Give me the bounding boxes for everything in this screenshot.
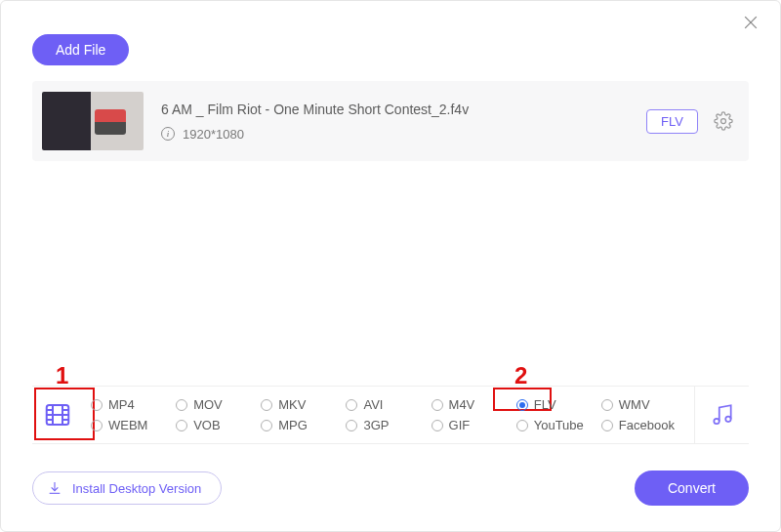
file-card: 6 AM _ Film Riot - One Minute Short Cont… [32, 81, 749, 161]
format-option-label: WEBM [108, 418, 147, 432]
gear-icon[interactable] [714, 111, 733, 131]
format-option-label: 3GP [363, 418, 389, 432]
format-option-label: Facebook [619, 418, 675, 432]
radio-icon [91, 420, 103, 431]
radio-icon [516, 420, 528, 431]
format-option-avi[interactable]: AVI [346, 397, 431, 412]
install-desktop-button[interactable]: Install Desktop Version [32, 471, 222, 505]
format-option-label: WMV [619, 397, 650, 412]
format-option-mpg[interactable]: MPG [261, 418, 346, 432]
radio-icon [516, 399, 528, 411]
format-option-label: GIF [449, 418, 471, 432]
format-option-label: MOV [193, 397, 223, 412]
radio-icon [432, 399, 443, 411]
format-option-gif[interactable]: GIF [432, 418, 516, 432]
format-option-label: MPG [278, 418, 308, 432]
radio-icon [346, 399, 357, 411]
format-option-label: VOB [193, 418, 220, 432]
radio-icon [261, 420, 272, 431]
convert-button[interactable]: Convert [635, 471, 749, 506]
radio-icon [261, 399, 272, 411]
info-icon: i [161, 127, 175, 141]
svg-point-12 [725, 417, 730, 422]
radio-icon [432, 420, 443, 431]
format-option-label: AVI [363, 397, 383, 412]
file-resolution-row: i 1920*1080 [161, 127, 646, 142]
download-icon [47, 480, 62, 496]
radio-icon [346, 420, 357, 431]
format-option-m4v[interactable]: M4V [432, 397, 516, 412]
format-option-label: MP4 [108, 397, 135, 412]
file-title: 6 AM _ Film Riot - One Minute Short Cont… [161, 102, 646, 117]
format-option-label: YouTube [534, 418, 584, 432]
format-option-3gp[interactable]: 3GP [346, 418, 431, 432]
radio-icon [601, 420, 613, 431]
file-meta: 6 AM _ Film Riot - One Minute Short Cont… [161, 102, 646, 142]
video-format-tab[interactable] [32, 386, 83, 444]
format-option-wmv[interactable]: WMV [601, 397, 686, 412]
close-icon[interactable] [741, 13, 764, 36]
format-option-flv[interactable]: FLV [516, 397, 601, 412]
output-format-badge[interactable]: FLV [646, 109, 698, 134]
file-resolution: 1920*1080 [183, 127, 244, 142]
format-option-mov[interactable]: MOV [176, 397, 261, 412]
radio-icon [91, 399, 103, 411]
format-option-mp4[interactable]: MP4 [91, 397, 176, 412]
radio-icon [601, 399, 613, 411]
add-file-button[interactable]: Add File [32, 34, 129, 65]
audio-format-tab[interactable] [694, 386, 749, 444]
install-desktop-label: Install Desktop Version [72, 481, 201, 496]
format-option-youtube[interactable]: YouTube [516, 418, 601, 432]
format-option-label: M4V [449, 397, 475, 412]
format-bar: MP4MOVMKVAVIM4VFLVWMVWEBMVOBMPG3GPGIFYou… [32, 386, 749, 444]
format-option-vob[interactable]: VOB [176, 418, 261, 432]
format-option-label: FLV [534, 397, 556, 412]
format-option-webm[interactable]: WEBM [91, 418, 176, 432]
radio-icon [176, 420, 187, 431]
file-thumbnail [42, 92, 144, 150]
svg-point-11 [714, 419, 719, 424]
format-option-mkv[interactable]: MKV [261, 397, 346, 412]
svg-point-2 [721, 119, 726, 124]
radio-icon [176, 399, 187, 411]
format-option-label: MKV [278, 397, 306, 412]
format-option-facebook[interactable]: Facebook [601, 418, 686, 432]
